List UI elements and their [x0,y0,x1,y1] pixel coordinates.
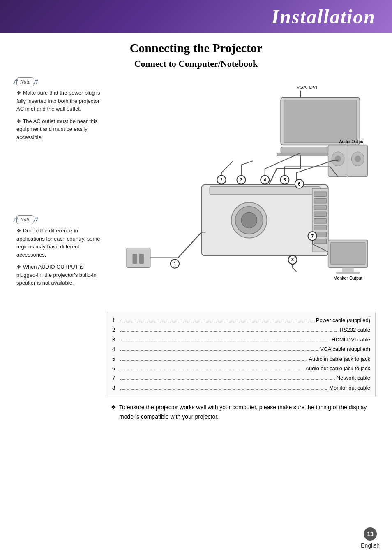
cable-num-3: 3 [112,335,119,344]
cable-num-7: 7 [112,373,119,383]
svg-rect-14 [314,212,327,217]
cable-num-2: 2 [112,325,119,334]
cable-dots-8 [120,389,327,390]
note-box-1: Note Make sure that the power plug is fu… [16,77,103,141]
svg-rect-21 [139,254,144,264]
svg-rect-16 [314,225,327,230]
svg-rect-43 [342,268,354,272]
cable-name-5: Audio in cable jack to jack [309,354,370,364]
svg-rect-18 [314,239,327,244]
note1-point1: Make sure that the power plug is fully i… [16,89,103,113]
page-title: Connecting the Projector [16,41,376,55]
svg-text:8: 8 [291,257,294,262]
note-text-1: Make sure that the power plug is fully i… [16,89,103,141]
sub-title: Connect to Computer/Notebook [16,58,376,69]
svg-rect-15 [314,218,327,223]
right-column: VGA, DVI [107,77,376,421]
content-area: Note Make sure that the power plug is fu… [16,77,376,421]
page-footer: 13 English [361,527,380,549]
cable-name-3: HDMI-DVI cable [332,335,370,344]
svg-rect-2 [284,100,357,143]
svg-rect-44 [336,272,360,274]
svg-text:Monitor Output: Monitor Output [334,276,362,281]
cable-num-1: 1 [112,316,119,325]
cable-dots-3 [120,341,330,341]
svg-text:2: 2 [220,177,223,182]
svg-point-8 [241,212,257,228]
svg-rect-11 [314,192,327,197]
cable-row-8: 8 Monitor out cable [112,383,370,392]
cable-name-8: Monitor out cable [329,383,370,392]
cable-name-2: RS232 cable [340,325,370,334]
cable-num-4: 4 [112,344,119,354]
cable-dots-1 [120,322,314,322]
cable-dots-4 [120,350,318,351]
left-column: Note Make sure that the power plug is fu… [16,77,107,421]
svg-point-35 [355,156,361,162]
header-title: Installation [272,5,376,28]
note2-point1: Due to the difference in applications fo… [16,227,103,259]
diagram-svg: VGA, DVI [107,77,376,308]
svg-rect-9 [210,187,320,195]
cable-dots-6 [120,370,304,370]
svg-rect-19 [127,248,150,268]
svg-text:6: 6 [298,181,300,186]
svg-rect-12 [314,198,327,203]
note-text-2: Due to the difference in applications fo… [16,227,103,287]
cable-name-4: VGA cable (supplied) [320,344,370,354]
svg-rect-20 [133,254,138,264]
note-header-1: Note [16,77,103,86]
main-content: Connecting the Projector Connect to Comp… [0,33,392,429]
cable-name-1: Power cable (supplied) [316,316,370,325]
note-box-2: Note Due to the difference in applicatio… [16,215,103,287]
cable-row-1: 1 Power cable (supplied) [112,316,370,325]
cable-row-6: 6 Audio out cable jack to jack [112,364,370,373]
svg-text:7: 7 [311,234,314,239]
svg-rect-42 [330,242,365,265]
page-header: Installation [0,0,392,33]
cable-name-6: Audio out cable jack to jack [305,364,370,373]
svg-text:1: 1 [173,261,176,266]
bottom-note: To ensure the projector works well with … [107,403,376,421]
page-number: 13 [364,527,377,541]
svg-text:Audio Output: Audio Output [339,139,364,144]
cable-num-5: 5 [112,354,119,364]
bottom-note-text: To ensure the projector works well with … [119,404,367,420]
svg-text:3: 3 [240,177,242,182]
cable-row-2: 2 RS232 cable [112,325,370,334]
cable-row-5: 5 Audio in cable jack to jack [112,354,370,364]
language-label: English [361,542,380,549]
svg-text:4: 4 [264,177,266,182]
cable-row-4: 4 VGA cable (supplied) [112,344,370,354]
diagram-area: VGA, DVI [107,77,376,308]
cable-row-7: 7 Network cable [112,373,370,383]
note-header-2: Note [16,215,103,224]
svg-rect-13 [314,205,327,210]
cable-list: 1 Power cable (supplied) 2 RS232 cable 3… [107,312,376,396]
cable-dots-7 [120,379,335,380]
cable-row-3: 3 HDMI-DVI cable [112,335,370,344]
cable-num-8: 8 [112,383,119,392]
note1-point2: The AC outlet must be near this equipmen… [16,117,103,142]
cable-dots-5 [120,360,307,361]
note2-point2: When AUDIO OUTPUT is plugged-in, the pro… [16,263,103,287]
vga-dvi-label: VGA, DVI [297,85,317,90]
note-icon-1: Note [16,77,34,86]
note-icon-2: Note [16,215,34,224]
cable-num-6: 6 [112,364,119,373]
cable-name-7: Network cable [337,373,370,383]
svg-text:5: 5 [284,177,286,182]
cable-dots-2 [120,331,338,332]
